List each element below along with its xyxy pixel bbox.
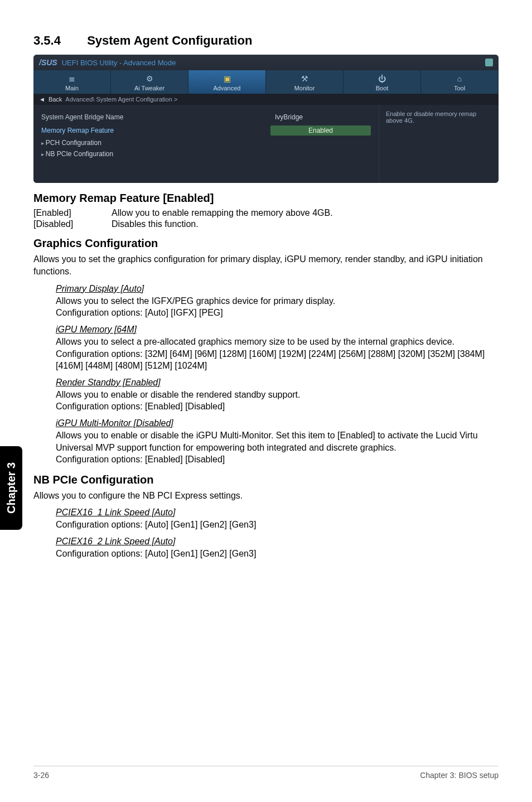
subitem-igpu-multimonitor: iGPU Multi-Monitor [Disabled] Allows you… [56, 418, 499, 466]
tab-ai-tweaker-label: Ai Tweaker [111, 85, 188, 91]
setting-label: System Agent Bridge Name [41, 113, 123, 121]
heading-nb-pcie: NB PCIe Configuration [33, 474, 499, 486]
tab-advanced-label: Advanced [188, 85, 265, 91]
subitem-primary-display: Primary Display [Auto] Allows you to sel… [56, 284, 499, 319]
option-value: Allow you to enable remapping the memory… [112, 208, 499, 218]
subitem-igpu-memory: iGPU Memory [64M] Allows you to select a… [56, 325, 499, 372]
tab-boot-label: Boot [344, 85, 420, 91]
help-text: Enable or disable memory remap above 4G. [386, 110, 492, 124]
setting-row-pch-config[interactable]: PCH Configuration [41, 137, 371, 148]
subitem-line: Configuration options: [Enabled] [Disabl… [56, 400, 499, 413]
tab-advanced[interactable]: ▣ Advanced [188, 70, 266, 94]
setting-row-memory-remap[interactable]: Memory Remap Feature Enabled [41, 124, 371, 137]
option-row: [Enabled] Allow you to enable remapping … [33, 208, 499, 218]
subitem-line: Allows you to select the IGFX/PEG graphi… [56, 295, 499, 307]
footer-page-number: 3-26 [33, 771, 49, 780]
tab-main-label: Main [33, 85, 110, 91]
breadcrumb-path: Advanced\ System Agent Configuration > [65, 96, 177, 103]
tab-monitor[interactable]: ⚒ Monitor [266, 70, 344, 94]
heading-memory-remap: Memory Remap Feature [Enabled] [33, 192, 499, 205]
subitem-title: Render Standby [Enabled] [56, 378, 499, 388]
bios-titlebar: /SUS UEFI BIOS Utility - Advanced Mode [33, 55, 499, 70]
chip-icon: ▣ [188, 74, 265, 84]
breadcrumb: ◄ Back Advanced\ System Agent Configurat… [33, 94, 499, 105]
power-icon: ⏻ [344, 74, 420, 84]
subitem-title: PCIEX16_1 Link Speed [Auto] [56, 508, 499, 518]
subitem-pciex16-2: PCIEX16_2 Link Speed [Auto] Configuratio… [56, 537, 499, 560]
subitem-line: Allows you to enable or disable the iGPU… [56, 429, 499, 453]
tab-ai-tweaker[interactable]: ⚙ Ai Tweaker [111, 70, 188, 94]
graphics-desc: Allows you to set the graphics configura… [33, 253, 499, 278]
option-row: [Disabled] Disables this function. [33, 219, 499, 229]
back-button[interactable]: Back [49, 96, 62, 103]
tab-boot[interactable]: ⏻ Boot [344, 70, 421, 94]
setting-value[interactable]: Enabled [270, 125, 371, 136]
subitem-title: iGPU Memory [64M] [56, 325, 499, 335]
heading-graphics-config: Graphics Configuration [33, 237, 499, 250]
nb-pcie-desc: Allows you to configure the NB PCI Expre… [33, 490, 499, 502]
bios-help-panel: Enable or disable memory remap above 4G. [379, 105, 499, 183]
subitem-title: Primary Display [Auto] [56, 284, 499, 294]
exit-icon[interactable] [485, 59, 493, 66]
bios-logo: /SUS [39, 58, 57, 67]
tab-tool[interactable]: ⌂ Tool [421, 70, 499, 94]
section-title: System Agent Configuration [87, 33, 252, 47]
side-chapter-tab: Chapter 3 [0, 446, 22, 530]
wrench-icon: ⚒ [266, 74, 343, 84]
setting-value: IvyBridge [270, 112, 371, 122]
subitem-pciex16-1: PCIEX16_1 Link Speed [Auto] Configuratio… [56, 508, 499, 531]
tab-main[interactable]: ≣ Main [33, 70, 111, 94]
section-number: 3.5.4 [33, 33, 84, 48]
list-icon: ≣ [33, 74, 110, 84]
setting-label: NB PCIe Configuration [41, 150, 113, 158]
subitem-line: Allows you to select a pre-allocated gra… [56, 336, 499, 348]
bios-window: /SUS UEFI BIOS Utility - Advanced Mode ≣… [33, 55, 499, 183]
toolbox-icon: ⌂ [421, 74, 498, 84]
option-key: [Enabled] [33, 208, 112, 218]
option-value: Disables this function. [112, 219, 499, 229]
setting-label: PCH Configuration [41, 139, 101, 147]
subitem-line: Configuration options: [Auto] [IGFX] [PE… [56, 307, 499, 319]
subitem-line: Configuration options: [Auto] [Gen1] [Ge… [56, 548, 499, 560]
bios-title-text: UEFI BIOS Utility - Advanced Mode [62, 59, 176, 67]
bios-settings-panel: System Agent Bridge Name IvyBridge Memor… [33, 105, 379, 183]
subitem-title: iGPU Multi-Monitor [Disabled] [56, 418, 499, 428]
tab-tool-label: Tool [421, 85, 498, 91]
dial-icon: ⚙ [111, 74, 188, 84]
setting-row-nb-pcie-config[interactable]: NB PCIe Configuration [41, 148, 371, 160]
subitem-line: Configuration options: [32M] [64M] [96M]… [56, 348, 499, 372]
option-key: [Disabled] [33, 219, 112, 229]
subitem-line: Allows you to enable or disable the rend… [56, 389, 499, 401]
back-arrow-icon[interactable]: ◄ [39, 96, 45, 103]
subitem-line: Configuration options: [Auto] [Gen1] [Ge… [56, 519, 499, 531]
page-footer: 3-26 Chapter 3: BIOS setup [33, 766, 499, 780]
subitem-line: Configuration options: [Enabled] [Disabl… [56, 453, 499, 466]
bios-tabs: ≣ Main ⚙ Ai Tweaker ▣ Advanced ⚒ Monitor… [33, 70, 499, 94]
setting-label: Memory Remap Feature [41, 127, 114, 134]
tab-monitor-label: Monitor [266, 85, 343, 91]
subitem-title: PCIEX16_2 Link Speed [Auto] [56, 537, 499, 547]
setting-row-bridge-name: System Agent Bridge Name IvyBridge [41, 110, 371, 124]
subitem-render-standby: Render Standby [Enabled] Allows you to e… [56, 378, 499, 413]
footer-chapter: Chapter 3: BIOS setup [420, 771, 499, 780]
section-heading: 3.5.4 System Agent Configuration [33, 33, 499, 48]
